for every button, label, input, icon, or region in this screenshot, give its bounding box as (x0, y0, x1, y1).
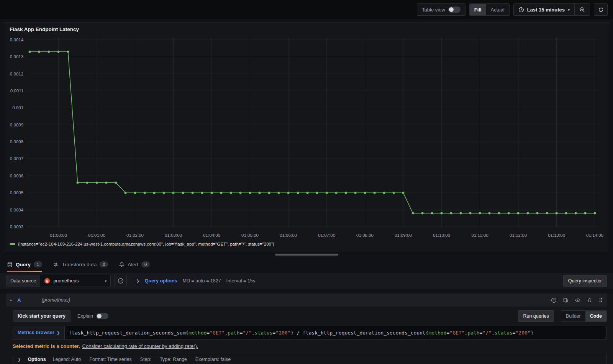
explain-switch[interactable] (96, 313, 108, 319)
time-range-label: Last 15 minutes (527, 7, 565, 13)
panel-title: Flask App Endpoint Latency (4, 23, 609, 33)
svg-text:0.0014: 0.0014 (10, 38, 24, 42)
svg-text:01:13:00: 01:13:00 (548, 233, 565, 238)
help-circle-icon: ? (118, 278, 124, 284)
tab-transform-label: Transform data (62, 262, 97, 267)
promql-query-input[interactable]: flask_http_request_duration_seconds_sum{… (65, 326, 606, 339)
pane-resize-handle[interactable] (275, 254, 338, 256)
svg-text:0.0007: 0.0007 (10, 157, 23, 161)
svg-text:01:06:00: 01:06:00 (280, 233, 297, 238)
promql-editor-row: Metrics browser ❯ flask_http_request_dur… (13, 326, 607, 339)
builder-mode-button[interactable]: Builder (561, 311, 585, 321)
tab-transform-data[interactable]: Transform data 0 (53, 257, 108, 272)
svg-text:01:01:00: 01:01:00 (88, 233, 105, 238)
hide-query-icon[interactable] (575, 297, 581, 303)
svg-text:0.001: 0.001 (12, 106, 23, 110)
chevron-right-icon: ❯ (136, 279, 139, 283)
query-help-icon[interactable]: ? (551, 297, 557, 303)
time-range-picker[interactable]: Last 15 minutes ▾ (514, 4, 574, 15)
warning-text: Selected metric is a counter. (13, 343, 80, 349)
datasource-help-button[interactable]: ? (115, 275, 127, 287)
refresh-button[interactable] (594, 3, 608, 16)
options-title: Options (28, 357, 46, 362)
tab-alert[interactable]: Alert 0 (119, 257, 150, 272)
tab-query-label: Query (16, 262, 31, 267)
svg-text:0.0003: 0.0003 (10, 225, 23, 229)
database-icon (7, 262, 13, 267)
pane-resize-row (0, 252, 613, 257)
builder-code-group: Builder Code (561, 310, 607, 322)
duplicate-query-icon[interactable] (563, 297, 569, 303)
zoom-out-button[interactable] (575, 4, 590, 15)
svg-text:01:02:00: 01:02:00 (126, 233, 144, 238)
transform-icon (53, 262, 59, 267)
timeseries-panel: Flask App Endpoint Latency 0.00140.00130… (4, 22, 609, 252)
query-datasource-hint: (prometheus) (42, 297, 70, 303)
table-view-group: Table view (417, 3, 465, 16)
max-data-points-text: MD = auto = 1827 (183, 278, 221, 284)
latency-line-chart[interactable]: 0.00140.00130.00120.00110.0010.00090.000… (7, 33, 606, 242)
svg-text:0.0004: 0.0004 (10, 208, 24, 212)
tab-query[interactable]: Query 1 (7, 257, 42, 272)
option-summary-item: Legend: Auto (53, 357, 81, 362)
actual-button[interactable]: Actual (486, 4, 509, 15)
clock-icon (518, 7, 524, 13)
datasource-label: Data source (6, 275, 40, 287)
option-summary-item: Exemplars: false (195, 357, 231, 362)
code-mode-button[interactable]: Code (585, 311, 606, 321)
fill-button[interactable]: Fill (470, 4, 486, 15)
option-summary-item: Step: (140, 357, 151, 362)
query-editor-section: ▾ A (prometheus) ? Kick start your query… (0, 293, 613, 364)
svg-text:01:10:00: 01:10:00 (433, 233, 450, 238)
collapse-chevron-icon[interactable]: ▾ (10, 298, 12, 302)
datasource-name: prometheus (53, 278, 102, 284)
table-view-toggle[interactable]: Table view (417, 4, 465, 15)
chart-plot-area[interactable]: 0.00140.00130.00120.00110.0010.00090.000… (4, 33, 609, 242)
run-queries-button[interactable]: Run queries (518, 310, 554, 322)
query-options-toggle[interactable]: Query options (145, 278, 177, 284)
datasource-select[interactable]: prometheus ▾ (40, 275, 111, 287)
query-options-collapse[interactable]: ❯ Options Legend: AutoFormat: Time serie… (13, 353, 607, 364)
bell-icon (119, 262, 125, 267)
fill-actual-group: Fill Actual (469, 3, 510, 16)
svg-text:01:12:00: 01:12:00 (510, 233, 527, 238)
chevron-down-icon: ▾ (568, 8, 570, 12)
svg-text:01:05:00: 01:05:00 (241, 233, 259, 238)
query-row-header[interactable]: ▾ A (prometheus) ? (6, 293, 607, 307)
svg-text:01:07:00: 01:07:00 (318, 233, 335, 238)
query-inspector-button[interactable]: Query inspector (563, 275, 607, 287)
explain-label: Explain (77, 313, 93, 319)
chevron-right-icon: ❯ (18, 357, 21, 362)
delete-query-icon[interactable] (587, 297, 592, 303)
legend-series-label[interactable]: {instance="ec2-184-169-216-224.us-west-1… (18, 242, 274, 246)
datasource-row: Data source prometheus ▾ ? ❯ Query optio… (0, 273, 613, 289)
warning-rate-link[interactable]: Consider calculating rate of counter by … (82, 343, 198, 349)
table-view-switch[interactable] (448, 7, 461, 13)
time-range-group: Last 15 minutes ▾ (513, 3, 590, 16)
query-ref-id: A (17, 297, 21, 303)
tab-query-count: 1 (34, 261, 42, 267)
kick-start-query-button[interactable]: Kick start your query (13, 310, 70, 322)
svg-text:0.0011: 0.0011 (10, 89, 23, 93)
legend-series-marker (10, 243, 15, 245)
option-summary-item: Type: Range (160, 357, 187, 362)
svg-text:01:11:00: 01:11:00 (472, 233, 488, 238)
svg-text:0.0012: 0.0012 (10, 72, 23, 76)
refresh-icon (598, 7, 604, 13)
tab-alert-count: 0 (141, 261, 150, 267)
option-summary-item: Format: Time series (89, 357, 131, 362)
svg-text:0.0009: 0.0009 (10, 123, 23, 127)
zoom-out-icon (579, 7, 585, 13)
metrics-browser-button[interactable]: Metrics browser ❯ (13, 326, 65, 339)
drag-handle-icon[interactable] (598, 297, 603, 303)
svg-text:?: ? (553, 298, 555, 302)
counter-warning: Selected metric is a counter. Consider c… (13, 343, 607, 349)
svg-text:0.0008: 0.0008 (10, 139, 23, 144)
tab-transform-count: 0 (100, 261, 108, 267)
svg-text:?: ? (120, 279, 122, 283)
svg-text:01:14:00: 01:14:00 (586, 233, 603, 238)
table-view-label: Table view (422, 7, 445, 13)
svg-text:01:09:00: 01:09:00 (395, 233, 412, 238)
chart-legend: {instance="ec2-184-169-216-224.us-west-1… (4, 242, 609, 246)
svg-text:0.0013: 0.0013 (10, 54, 23, 59)
